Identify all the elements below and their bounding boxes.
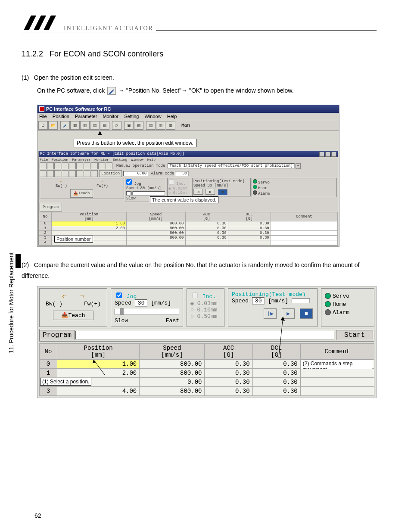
table-row[interactable]: 34.00800.000.300.30: [40, 386, 374, 395]
menu-monitor[interactable]: Monitor: [103, 114, 118, 119]
st3[interactable]: [54, 162, 61, 169]
sb7[interactable]: [84, 170, 90, 177]
start-button[interactable]: Start: [336, 330, 373, 340]
tb-open[interactable]: 📂: [48, 121, 58, 130]
step2-line: (2) Compare the current value and the va…: [22, 260, 377, 281]
brand-logo: [22, 14, 60, 32]
inc-panel: Inc. ◉ 0.03mm ○ 0.10mm ○ 0.50mm: [187, 288, 224, 327]
st9[interactable]: [98, 162, 105, 169]
positioning-panel: Positioning(Test mode) Speed 30 [mm/s] ❘…: [228, 288, 318, 327]
jog-checkbox[interactable]: [126, 179, 132, 185]
tb-b4[interactable]: ▧: [100, 121, 109, 130]
side-chapter-label: 11. Procedure for Motor Replacement: [8, 252, 15, 353]
teach-button[interactable]: 📥Teach: [53, 311, 93, 320]
teach-button[interactable]: 📥 Teach: [70, 189, 93, 198]
tb-b9[interactable]: ▥: [156, 121, 165, 130]
jog-checkbox[interactable]: [116, 292, 122, 298]
step-back-button[interactable]: ◁: [193, 189, 203, 195]
jog-slider[interactable]: [115, 309, 179, 315]
st1[interactable]: [40, 162, 47, 169]
menu-parameter[interactable]: Parameter: [75, 114, 97, 119]
sub-titlebar: PC Interface Software for RL - [Edit pos…: [39, 151, 338, 157]
tb-b6[interactable]: ▣: [124, 121, 134, 130]
col-position: Position [mm]: [52, 212, 127, 221]
page-number: 62: [34, 512, 41, 519]
dropdown-chevron-icon[interactable]: ▾: [296, 163, 301, 169]
sb5[interactable]: [69, 170, 76, 177]
fig1-callout: Press this button to select the position…: [74, 139, 196, 147]
program-tab[interactable]: Program: [40, 203, 62, 212]
jog-direction-panel: ⇐ ⇒ Bw(-)Fw(+) 📥Teach: [39, 288, 107, 327]
table-row[interactable]: 12.00800.000.300.30: [40, 368, 374, 377]
callout-arrow-icon: [98, 131, 102, 135]
sb3[interactable]: [54, 170, 61, 177]
fig2-panel: ⇐ ⇒ Bw(-)Fw(+) 📥Teach Jog Speed 30 [mm/s…: [37, 286, 377, 398]
table-row[interactable]: 12.00800.000.300.30: [39, 226, 338, 231]
teach-mode-dropdown[interactable]: Teach 1(Safety speed effective/PIO start…: [168, 163, 294, 168]
tb-b10[interactable]: ▦: [166, 121, 175, 130]
tb-b8[interactable]: ▤: [146, 121, 156, 130]
alarm-value: 00: [175, 171, 189, 176]
home-led-icon: [253, 185, 257, 189]
tb-b5[interactable]: ⛭: [112, 121, 121, 130]
st10[interactable]: [106, 162, 112, 169]
location-value: 0.00: [123, 171, 148, 176]
col-speed: Speed [mm/s]: [126, 212, 185, 221]
inc-checkbox: [168, 179, 174, 185]
play-button[interactable]: ▶: [282, 308, 295, 319]
svg-marker-1: [34, 16, 46, 30]
table-row[interactable]: 01.00800.000.300.30: [39, 221, 338, 226]
led-panel: Servo Home Alarm: [321, 288, 374, 327]
tb-b7[interactable]: ▨: [134, 121, 143, 130]
menu-position[interactable]: Position: [53, 114, 69, 119]
minimize-icon[interactable]: [319, 152, 324, 157]
menu-file[interactable]: File: [39, 114, 47, 119]
tb-edit-position[interactable]: [60, 121, 70, 130]
st8[interactable]: [91, 162, 98, 169]
st4[interactable]: [62, 162, 68, 169]
program-field[interactable]: [75, 331, 334, 339]
alarm-led-icon: [253, 190, 257, 195]
table-row[interactable]: 01.00800.000.300.30 (2) Commands a step …: [40, 359, 374, 368]
table-row[interactable]: 2800.000.300.30: [39, 231, 338, 236]
table-row[interactable]: 2(1) Select a position.0.000.300.30: [40, 377, 374, 386]
sb4[interactable]: [62, 170, 68, 177]
close-icon[interactable]: [331, 152, 336, 157]
fig2-position-table: No Position [mm] Speed [mm/s] ACC [G] DC…: [39, 343, 374, 396]
fw-arrow-icon[interactable]: ⇒: [80, 291, 84, 301]
tb-b1[interactable]: ▦: [70, 121, 80, 130]
jog-slider[interactable]: [126, 191, 165, 196]
sb8[interactable]: [91, 170, 98, 177]
edit-position-icon: [107, 87, 116, 95]
st5[interactable]: [69, 162, 76, 169]
location-button[interactable]: Location: [99, 170, 122, 177]
st6[interactable]: [76, 162, 83, 169]
servo-led-icon: [253, 179, 257, 184]
st7[interactable]: [84, 162, 90, 169]
st2[interactable]: [47, 162, 54, 169]
jog-bw-fw-panel: ⇐ ⇒ Bw(-) Fw(+) 📥 Teach: [40, 178, 124, 199]
col-acc: ACC [G]: [185, 212, 228, 221]
menu-help[interactable]: Help: [167, 114, 177, 119]
program-label[interactable]: Program: [40, 330, 75, 340]
sb2[interactable]: [47, 170, 54, 177]
fig1-window: PC Interface Software for RC File Positi…: [37, 105, 339, 247]
stop-button[interactable]: ■: [218, 189, 227, 195]
fig1-titlebar: PC Interface Software for RC: [37, 105, 339, 113]
menu-window[interactable]: Window: [144, 114, 161, 119]
position-number-callout: Position number: [54, 236, 93, 243]
tb-new[interactable]: 🗋: [38, 121, 48, 130]
positioning-panel: Positioning(Test mode) Speed 30 [mm/s] ◁…: [192, 178, 251, 196]
menu-setting[interactable]: Setting: [124, 114, 139, 119]
step-button[interactable]: ❘▶: [264, 308, 277, 319]
tb-b3[interactable]: ▤: [90, 121, 100, 130]
bw-arrow-icon[interactable]: ⇐: [60, 179, 62, 184]
sb1[interactable]: [40, 170, 47, 177]
play-button[interactable]: ▶: [206, 189, 215, 195]
stop-button[interactable]: ■: [300, 308, 313, 319]
fw-arrow-icon[interactable]: ⇒: [101, 179, 103, 184]
maximize-icon[interactable]: [325, 152, 330, 157]
sb6[interactable]: [76, 170, 83, 177]
tb-b2[interactable]: ▥: [80, 121, 90, 130]
bw-arrow-icon[interactable]: ⇐: [62, 291, 67, 301]
